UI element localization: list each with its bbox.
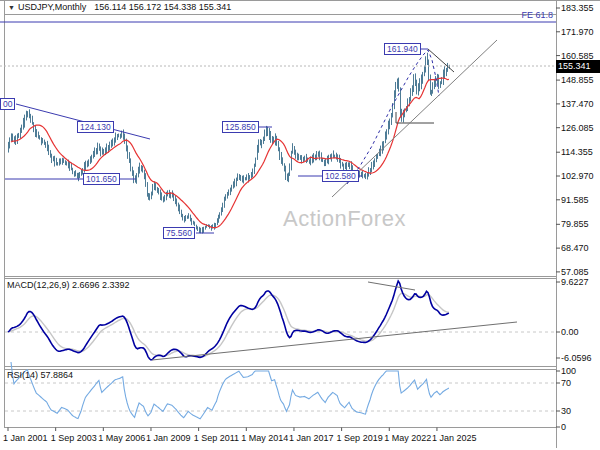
price-annotation-label[interactable]: 101.650 (83, 173, 120, 185)
price-axis-label: 91.585 (561, 195, 589, 205)
price-axis-label: 160.585 (561, 51, 594, 61)
price-axis-label: 137.470 (561, 99, 594, 109)
ohlc-values: 156.114 156.172 154.338 155.341 (94, 2, 231, 12)
price-axis-label: 57.085 (561, 267, 589, 277)
rsi-indicator-label: RSI(14) 57.8864 (7, 370, 73, 380)
macd-axis-label: 0.00 (561, 327, 579, 337)
rsi-axis-label: 0 (561, 422, 566, 432)
price-axis-label: 171.970 (561, 27, 594, 37)
time-axis-label: 1 Sep 2011 (194, 433, 239, 443)
time-axis-label: 1 May 2022 (384, 433, 431, 443)
price-axis-label: 102.970 (561, 171, 594, 181)
macd-signal-line (8, 293, 449, 356)
price-annotation-label[interactable]: 75.560 (163, 227, 195, 239)
time-axis-label: 1 Jan 2025 (432, 433, 477, 443)
watermark: ActionForex (283, 206, 406, 232)
annotation-trendline (368, 282, 415, 290)
time-axis-label: 1 May 2014 (241, 433, 288, 443)
price-axis-label: 114.355 (561, 147, 593, 157)
price-annotation-label[interactable]: 102.580 (322, 170, 359, 182)
price-axis-label: 148.855 (561, 75, 594, 85)
macd-axis-label: 9.6227 (561, 277, 589, 287)
time-axis-label: 1 Jan 2017 (289, 433, 334, 443)
rsi-axis-label: 30 (561, 406, 571, 416)
trading-chart-window: ▼USDJPY,Monthly156.114 156.172 154.338 1… (0, 0, 600, 450)
price-axis-label: 68.470 (561, 243, 589, 253)
price-annotation-label[interactable]: 125.850 (222, 121, 259, 133)
fibonacci-extension-label[interactable]: FE 61.8 (521, 10, 553, 20)
time-axis-label: 1 Sep 2003 (51, 433, 97, 443)
price-annotation-label[interactable]: 124.130 (77, 121, 114, 133)
current-price-tag: 155.341 (556, 60, 600, 73)
price-axis-label: 126.085 (561, 123, 594, 133)
time-axis-label: 1 Jan 2009 (146, 433, 191, 443)
collapse-triangle-icon[interactable]: ▼ (8, 4, 15, 11)
macd-main-line (8, 281, 449, 360)
rsi-axis-label: 100 (561, 366, 576, 376)
macd-indicator-label: MACD(12,26,9) 2.6696 2.3392 (7, 280, 130, 290)
rsi-line (11, 362, 449, 419)
symbol-timeframe: USDJPY,Monthly (18, 2, 86, 12)
macd-axis-label: -6.0596 (561, 353, 592, 363)
chart-title: ▼USDJPY,Monthly156.114 156.172 154.338 1… (8, 2, 231, 12)
price-axis-label: 79.855 (561, 219, 589, 229)
time-axis-label: 1 May 2006 (98, 433, 145, 443)
price-annotation-label[interactable]: 00 (0, 98, 15, 110)
price-annotation-label[interactable]: 161.940 (384, 43, 421, 55)
price-axis-label: 183.355 (561, 3, 594, 13)
rsi-axis-label: 70 (561, 378, 571, 388)
time-axis-label: 1 Jan 2001 (3, 433, 48, 443)
time-axis-label: 1 Sep 2019 (337, 433, 383, 443)
annotation-trendline (152, 322, 517, 360)
